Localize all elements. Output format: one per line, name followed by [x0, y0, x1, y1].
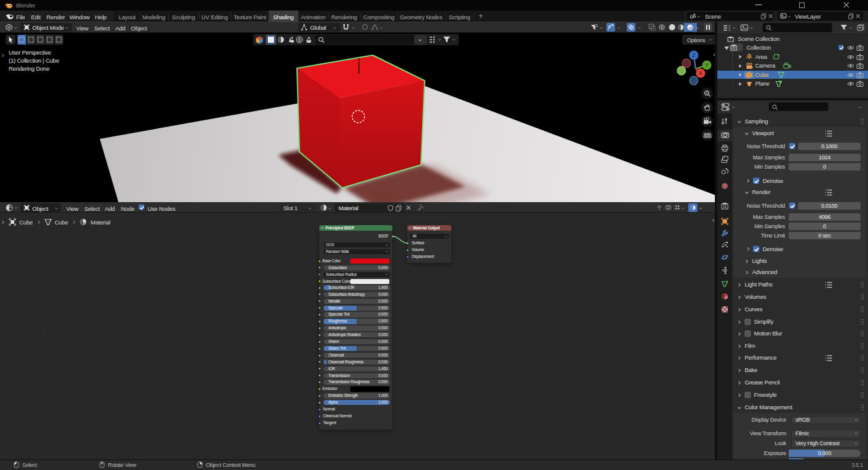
svg-text:X: X	[699, 70, 702, 76]
svg-text:Z: Z	[692, 52, 696, 58]
svg-text:Y: Y	[705, 62, 709, 68]
